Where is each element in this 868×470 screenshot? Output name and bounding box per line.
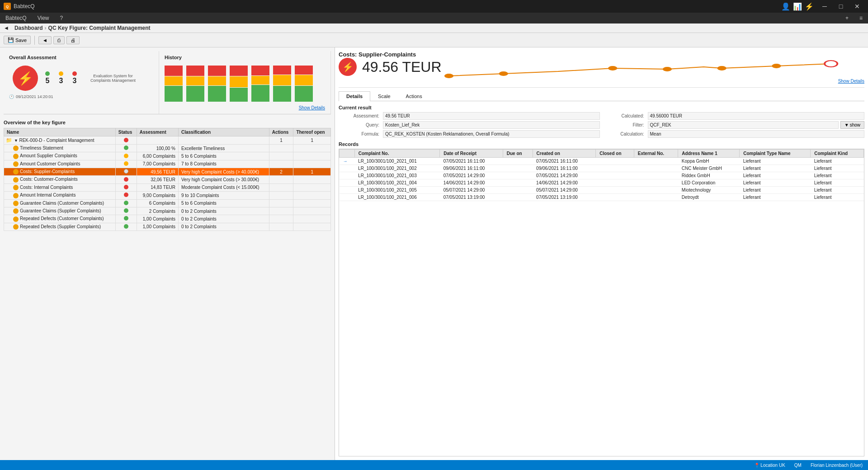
costs-amount-row: ⚡ 49.56 TEUR (339, 58, 442, 76)
kf-item-icon (13, 224, 19, 230)
maximize-button[interactable]: □ (834, 0, 848, 13)
assessment-label: Assessment: (339, 113, 379, 118)
filter-value: QCF_REK (648, 121, 839, 129)
records-table-row[interactable]: LR_100/3001/100_2021_00307/05/2021 14:29… (340, 172, 864, 179)
back-icon[interactable]: ◄ (4, 25, 9, 31)
result-grid: Assessment: 49.56 TEUR Calculated: 49.56… (339, 112, 864, 138)
back-button[interactable]: ◄ (38, 36, 52, 44)
export-button[interactable]: ⎙ (53, 36, 65, 44)
kf-table-row[interactable]: Costs: Supplier-Complaints49,56 TEURVery… (4, 168, 331, 176)
rec-created-on: 07/05/2021 16:11:00 (533, 158, 596, 165)
save-button[interactable]: 💾 Save (4, 36, 31, 44)
current-result-section: Current result Assessment: 49.56 TEUR Ca… (339, 105, 864, 138)
tab-actions[interactable]: Actions (398, 91, 430, 101)
records-table-wrap[interactable]: Complaint No. Date of Receipt Due on Cre… (339, 149, 864, 456)
filter-show-button[interactable]: ▼ show (840, 121, 864, 129)
kf-row-assessment: 7,00 Complaints (137, 160, 178, 168)
kf-row-thereof-open: 1 (293, 136, 331, 145)
bar-2 (186, 66, 204, 102)
kf-row-actions (269, 223, 293, 230)
kf-row-actions: 2 (269, 168, 293, 176)
kf-row-name: Costs: Customer-Complaints (4, 176, 116, 183)
kf-row-classification: 5 to 6 Complaints (179, 152, 269, 160)
rec-col-type: Complaint Type Name (740, 150, 811, 158)
costs-left: Costs: Supplier-Complaints ⚡ 49.56 TEUR (339, 51, 442, 76)
kf-table-row[interactable]: Guarantee Claims (Supplier Complaints)2 … (4, 207, 331, 215)
rec-external-no (634, 179, 678, 187)
tab-scale[interactable]: Scale (370, 91, 398, 101)
history-show-details[interactable]: Show Details (299, 105, 325, 110)
menu-help[interactable]: ? (58, 14, 65, 22)
costs-show-details[interactable]: Show Details (838, 79, 864, 84)
kf-title: Overview of the key figure (4, 118, 331, 126)
clock-icon: 🕐 (9, 94, 14, 99)
status-dot (124, 185, 128, 189)
records-table-row[interactable]: LR_100/3001/100_2021_00607/05/2021 13:19… (340, 194, 864, 201)
kf-table-row[interactable]: 📁▼ REK-000-D - Complaint Management11 (4, 136, 331, 145)
formula-label: Formula: (339, 132, 379, 136)
records-table-row[interactable]: LR_100/3001/100_2021_00505/07/2021 14:29… (340, 187, 864, 194)
kf-table-row[interactable]: Amount Customer Complaints7,00 Complaint… (4, 160, 331, 168)
kf-row-assessment: 6,00 Complaints (137, 152, 178, 160)
menu-babtecq[interactable]: BabtecQ (4, 14, 28, 22)
calculated-value: 49.56000 TEUR (648, 112, 865, 120)
rec-type: Lieferant (740, 187, 811, 194)
kf-row-status (115, 207, 137, 215)
tab-details[interactable]: Details (339, 91, 370, 101)
overall-assessment-section: Overall Assessment ⚡ 5 3 (4, 51, 159, 114)
kf-name-text: Amount Internal Complaints (20, 193, 75, 197)
status-dot (124, 146, 128, 150)
kf-row-status (115, 152, 137, 160)
close-button[interactable]: ✕ (850, 0, 864, 13)
plus-button[interactable]: + (844, 14, 850, 22)
rec-closed-on (596, 179, 634, 187)
kf-row-classification: 0 to 2 Complaints (179, 215, 269, 223)
print-button[interactable]: 🖨 (66, 36, 80, 44)
kf-name-text: Costs: Customer-Complaints (20, 177, 78, 182)
sparkline-point-3 (662, 67, 671, 71)
bar-6 (273, 66, 291, 102)
sidebar-toggle[interactable]: ≡ (858, 14, 864, 22)
kf-table-row[interactable]: Amount Supplier Complaints6,00 Complaint… (4, 152, 331, 160)
lightning-icon: ⚡ (13, 66, 38, 91)
kf-table-row[interactable]: Costs: Internal Complaints14,83 TEURMode… (4, 183, 331, 191)
rec-created-on: 05/07/2021 14:29:00 (533, 187, 596, 194)
bar-yellow-5 (251, 76, 269, 85)
rec-due-on (503, 165, 533, 172)
sparkline-last-point (825, 61, 837, 67)
minimize-button[interactable]: ─ (817, 0, 832, 13)
bar-red-3 (208, 66, 226, 76)
kf-item-icon (13, 216, 19, 222)
menu-view[interactable]: View (36, 14, 51, 22)
kf-row-actions (269, 199, 293, 207)
score-items: 5 3 3 Evaluation System for (45, 71, 140, 85)
kf-table-row[interactable]: Repeated Defects (Supplier Complaints)1,… (4, 223, 331, 230)
breadcrumb-home[interactable]: Dashboard (14, 25, 43, 31)
kf-row-classification: 0 to 2 Complaints (179, 207, 269, 215)
kf-row-classification: 0 to 2 Complaints (179, 223, 269, 230)
rec-kind: Lieferant (811, 194, 864, 201)
records-table-row[interactable]: →LR_100/3001/100_2021_00107/05/2021 16:1… (340, 158, 864, 165)
kf-table-row[interactable]: Amount Internal Complaints9,00 Complaint… (4, 192, 331, 199)
records-table-row[interactable]: LR_100/3001/100_2021_00209/06/2021 16:11… (340, 165, 864, 172)
kf-table-row[interactable]: Costs: Customer-Complaints32,06 TEURVery… (4, 176, 331, 183)
expand-icon[interactable]: ▼ (14, 138, 19, 143)
score-value-yellow: 3 (59, 77, 63, 85)
kf-row-thereof-open (293, 145, 331, 152)
right-panel: Costs: Supplier-Complaints ⚡ 49.56 TEUR (335, 47, 868, 460)
kf-table-row[interactable]: Timeliness Statement100,00 %Excellente T… (4, 145, 331, 152)
kf-name-text: REK-000-D - Complaint Management (19, 138, 94, 143)
kf-row-thereof-open (293, 215, 331, 223)
records-table-row[interactable]: LR_100/3001/100_2021_00414/06/2021 14:29… (340, 179, 864, 187)
timestamp-value: 09/12/2021 14:20:01 (16, 94, 53, 99)
kf-row-thereof-open (293, 223, 331, 230)
rec-kind: Lieferant (811, 172, 864, 179)
kf-item-icon (13, 169, 19, 174)
kf-table-row[interactable]: Guarantee Claims (Customer Complaints)6 … (4, 199, 331, 207)
kf-row-thereof-open (293, 176, 331, 183)
kf-row-assessment: 100,00 % (137, 145, 178, 152)
kf-table-row[interactable]: Repeated Defects (Customer Complaints)1,… (4, 215, 331, 223)
rec-due-on (503, 172, 533, 179)
main-container: ◄ Dashboard › QC Key Figure: Complaint M… (0, 24, 868, 470)
calculation-value: Mean (648, 130, 865, 138)
